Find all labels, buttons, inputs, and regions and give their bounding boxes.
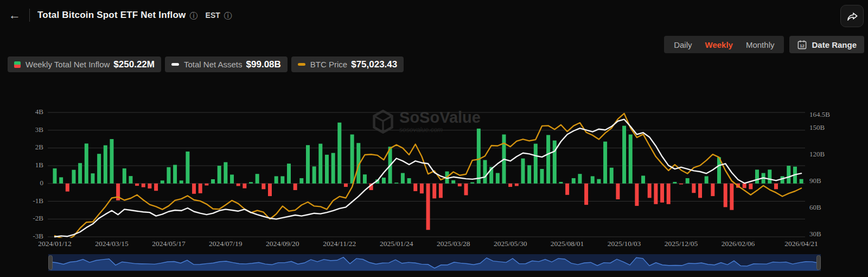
inflow-bar[interactable] <box>224 162 227 184</box>
inflow-bar[interactable] <box>135 184 139 186</box>
inflow-bar[interactable] <box>432 184 436 198</box>
inflow-bar[interactable] <box>199 184 202 193</box>
inflow-bar[interactable] <box>161 180 164 184</box>
inflow-bar[interactable] <box>256 174 259 184</box>
inflow-bar[interactable] <box>768 169 771 184</box>
inflow-bar[interactable] <box>464 184 468 196</box>
inflow-bar[interactable] <box>521 159 525 184</box>
inflow-bar[interactable] <box>508 184 512 187</box>
tab-weekly[interactable]: Weekly <box>700 38 738 52</box>
inflow-bar[interactable] <box>230 175 234 184</box>
inflow-bar[interactable] <box>218 166 221 184</box>
inflow-bar[interactable] <box>59 177 63 183</box>
inflow-bar[interactable] <box>534 144 538 184</box>
inflow-bar[interactable] <box>483 160 487 184</box>
inflow-bar[interactable] <box>142 184 145 187</box>
inflow-bar[interactable] <box>515 184 519 186</box>
inflow-bar[interactable] <box>610 168 614 184</box>
inflow-bar[interactable] <box>705 176 709 183</box>
inflow-bar[interactable] <box>477 129 481 184</box>
inflow-bar[interactable] <box>800 179 803 184</box>
inflow-bar[interactable] <box>186 152 189 184</box>
inflow-bar[interactable] <box>774 184 778 189</box>
inflow-bar[interactable] <box>648 184 652 198</box>
tab-monthly[interactable]: Monthly <box>741 38 780 52</box>
inflow-bar[interactable] <box>496 173 500 184</box>
inflow-bar[interactable] <box>439 184 443 198</box>
inflow-bar[interactable] <box>306 145 310 184</box>
inflow-bar[interactable] <box>635 184 639 206</box>
inflow-bar[interactable] <box>331 153 335 184</box>
inflow-bar[interactable] <box>660 184 664 203</box>
inflow-bar[interactable] <box>91 173 94 184</box>
inflow-bar[interactable] <box>470 182 474 184</box>
inflow-bar[interactable] <box>667 184 671 204</box>
inflow-bar[interactable] <box>363 174 367 184</box>
inflow-bar[interactable] <box>546 135 550 184</box>
share-button[interactable] <box>840 5 864 27</box>
inflow-bar[interactable] <box>148 184 151 188</box>
inflow-bar[interactable] <box>173 165 177 184</box>
date-range-button[interactable]: 12 Date Range <box>789 36 864 53</box>
inflow-bar[interactable] <box>458 184 462 186</box>
inflow-bar[interactable] <box>123 168 126 184</box>
inflow-bar[interactable] <box>280 176 284 183</box>
inflow-bar[interactable] <box>325 155 329 184</box>
inflow-bar[interactable] <box>679 184 683 185</box>
inflow-bar[interactable] <box>261 184 265 189</box>
inflow-bar[interactable] <box>242 184 246 188</box>
inflow-bar[interactable] <box>293 184 297 190</box>
legend-item-btc-price[interactable]: BTC Price $75,023.43 <box>291 56 404 72</box>
navigator-left-handle[interactable] <box>49 256 53 270</box>
legend-item-net-inflow[interactable]: Weekly Total Net Inflow $250.22M <box>8 56 161 72</box>
inflow-bar[interactable] <box>603 142 607 184</box>
inflow-bar[interactable] <box>686 178 690 184</box>
inflow-bar[interactable] <box>743 184 746 188</box>
inflow-bar[interactable] <box>205 184 208 186</box>
inflow-bar[interactable] <box>110 139 113 184</box>
inflow-bar[interactable] <box>192 184 196 194</box>
inflow-bar[interactable] <box>597 179 601 184</box>
inflow-bar[interactable] <box>401 173 405 184</box>
inflow-bar[interactable] <box>312 166 316 183</box>
inflow-bar[interactable] <box>692 184 695 193</box>
inflow-bar[interactable] <box>578 174 582 184</box>
inflow-bar[interactable] <box>622 126 626 184</box>
inflow-bar[interactable] <box>565 184 569 195</box>
inflow-bar[interactable] <box>724 184 727 207</box>
inflow-bar[interactable] <box>249 182 253 184</box>
inflow-bar[interactable] <box>167 167 170 184</box>
inflow-bar[interactable] <box>673 182 676 184</box>
inflow-bar[interactable] <box>78 163 82 184</box>
inflow-bar[interactable] <box>755 169 759 184</box>
tab-daily[interactable]: Daily <box>668 38 697 52</box>
inflow-bar[interactable] <box>104 146 107 184</box>
inflow-bar[interactable] <box>154 184 158 191</box>
inflow-bar[interactable] <box>572 178 576 184</box>
timezone-info-icon[interactable]: ⓘ <box>224 11 232 20</box>
inflow-bar[interactable] <box>85 143 88 184</box>
inflow-bar[interactable] <box>654 184 658 204</box>
inflow-bar[interactable] <box>299 178 303 184</box>
plot-area[interactable] <box>48 111 807 238</box>
inflow-bar[interactable] <box>413 184 417 191</box>
inflow-bar[interactable] <box>629 135 633 184</box>
back-button[interactable]: ← <box>9 9 21 21</box>
inflow-bar[interactable] <box>337 123 341 184</box>
inflow-bar[interactable] <box>344 184 348 187</box>
legend-item-net-assets[interactable]: Total Net Assets $99.08B <box>165 56 288 72</box>
inflow-bar[interactable] <box>451 180 455 184</box>
inflow-bar[interactable] <box>591 176 595 183</box>
inflow-bar[interactable] <box>275 176 278 183</box>
inflow-bar[interactable] <box>407 178 411 184</box>
inflow-bar[interactable] <box>211 179 215 184</box>
inflow-bar[interactable] <box>394 182 398 184</box>
inflow-bar[interactable] <box>730 184 733 210</box>
inflow-bar[interactable] <box>53 168 57 184</box>
inflow-bar[interactable] <box>616 184 620 199</box>
inflow-bar[interactable] <box>584 184 588 205</box>
inflow-bar[interactable] <box>97 154 101 184</box>
inflow-bar[interactable] <box>72 170 75 184</box>
navigator-right-handle[interactable] <box>817 256 821 270</box>
inflow-bar[interactable] <box>350 135 354 184</box>
